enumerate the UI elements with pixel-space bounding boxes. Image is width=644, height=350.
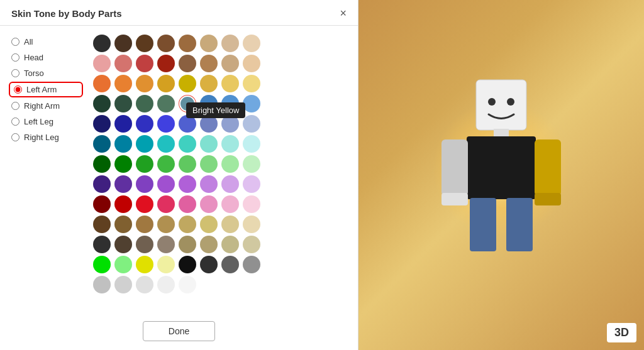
color-dot[interactable] (200, 35, 218, 52)
color-dot[interactable] (221, 95, 239, 112)
color-dot[interactable] (243, 75, 260, 92)
color-dot[interactable] (157, 115, 175, 133)
color-dot[interactable] (93, 135, 111, 153)
color-dot[interactable] (179, 135, 196, 153)
color-dot[interactable] (114, 75, 132, 92)
color-dot[interactable] (93, 115, 111, 133)
color-dot[interactable] (179, 75, 196, 92)
color-dot[interactable] (200, 95, 218, 112)
color-dot[interactable] (200, 115, 218, 133)
color-dot[interactable] (243, 35, 260, 52)
color-dot[interactable] (243, 216, 260, 233)
color-dot[interactable] (179, 115, 196, 133)
color-dot[interactable] (200, 256, 218, 273)
color-dot[interactable] (221, 175, 239, 193)
color-dot[interactable] (93, 276, 111, 293)
color-dot[interactable] (179, 175, 196, 193)
color-dot[interactable] (243, 195, 260, 213)
color-dot[interactable] (114, 236, 132, 253)
radio-left-leg[interactable]: Left Leg (11, 117, 80, 126)
color-dot[interactable] (157, 276, 175, 293)
color-dot[interactable] (136, 75, 153, 92)
color-dot[interactable] (136, 55, 153, 72)
color-dot[interactable] (179, 95, 196, 112)
color-dot[interactable] (221, 195, 239, 213)
color-dot[interactable] (243, 155, 260, 173)
color-dot[interactable] (114, 276, 132, 293)
color-dot[interactable] (200, 175, 218, 193)
color-dot[interactable] (200, 195, 218, 213)
color-dot[interactable] (114, 256, 132, 273)
color-dot[interactable] (200, 75, 218, 92)
color-dot[interactable] (200, 236, 218, 253)
color-dot[interactable] (136, 115, 153, 133)
color-dot[interactable] (157, 135, 175, 153)
color-dot[interactable] (114, 95, 132, 112)
color-dot[interactable] (221, 135, 239, 153)
color-dot[interactable] (136, 236, 153, 253)
color-dot[interactable] (114, 216, 132, 233)
radio-torso[interactable]: Torso (11, 68, 80, 78)
color-dot[interactable] (243, 95, 260, 112)
color-dot[interactable] (179, 55, 196, 72)
color-dot[interactable] (179, 256, 196, 273)
color-dot[interactable] (243, 236, 260, 253)
color-dot[interactable] (157, 195, 175, 213)
color-dot[interactable] (93, 75, 111, 92)
radio-head[interactable]: Head (11, 53, 80, 62)
color-dot[interactable] (136, 175, 153, 193)
color-dot[interactable] (157, 155, 175, 173)
color-dot[interactable] (157, 75, 175, 92)
color-dot[interactable] (243, 256, 260, 273)
color-dot[interactable] (136, 155, 153, 173)
color-dot[interactable] (221, 155, 239, 173)
color-dot[interactable] (221, 55, 239, 72)
color-dot[interactable] (93, 216, 111, 233)
radio-left-arm[interactable]: Left Arm (11, 84, 80, 95)
color-dot[interactable] (200, 55, 218, 72)
close-button[interactable]: × (340, 8, 347, 19)
color-dot[interactable] (200, 155, 218, 173)
color-dot[interactable] (114, 175, 132, 193)
color-dot[interactable] (200, 135, 218, 153)
color-dot[interactable] (179, 236, 196, 253)
color-dot[interactable] (157, 256, 175, 273)
color-dot[interactable] (136, 256, 153, 273)
radio-right-leg[interactable]: Right Leg (11, 133, 80, 142)
color-dot[interactable] (221, 75, 239, 92)
color-dot[interactable] (114, 115, 132, 133)
color-dot[interactable] (114, 55, 132, 72)
color-dot[interactable] (114, 155, 132, 173)
color-dot[interactable] (93, 155, 111, 173)
color-dot[interactable] (93, 35, 111, 52)
color-dot[interactable] (136, 216, 153, 233)
color-dot[interactable] (179, 276, 196, 293)
color-dot[interactable] (243, 55, 260, 72)
color-dot[interactable] (157, 95, 175, 112)
color-dot[interactable] (157, 55, 175, 72)
color-dot[interactable] (243, 175, 260, 193)
color-dot[interactable] (157, 175, 175, 193)
color-dot[interactable] (200, 216, 218, 233)
color-dot[interactable] (114, 195, 132, 213)
color-dot[interactable] (136, 195, 153, 213)
color-dot[interactable] (221, 35, 239, 52)
color-dot[interactable] (136, 95, 153, 112)
color-dot[interactable] (93, 55, 111, 72)
color-dot[interactable] (114, 35, 132, 52)
color-dot[interactable] (114, 135, 132, 153)
color-dot[interactable] (157, 236, 175, 253)
color-dot[interactable] (221, 216, 239, 233)
color-dot[interactable] (93, 256, 111, 273)
done-button[interactable]: Done (143, 321, 215, 341)
radio-all[interactable]: All (11, 37, 80, 46)
color-dot[interactable] (93, 195, 111, 213)
color-dot[interactable] (221, 236, 239, 253)
color-dot[interactable] (179, 155, 196, 173)
color-dot[interactable] (179, 195, 196, 213)
color-dot[interactable] (157, 216, 175, 233)
color-dot[interactable] (93, 95, 111, 112)
color-dot[interactable] (93, 175, 111, 193)
color-dot[interactable] (179, 35, 196, 52)
color-dot[interactable] (221, 115, 239, 133)
